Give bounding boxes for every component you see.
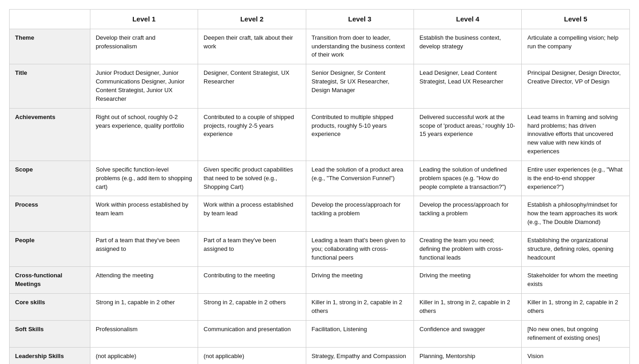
table-row: TitleJunior Product Designer, Junior Com… <box>10 64 630 108</box>
cell-row9-col1: (not applicable) <box>90 347 198 364</box>
cell-row4-col4: Develop the process/approach for tacklin… <box>414 196 522 232</box>
cell-row9-col3: Strategy, Empathy and Compassion <box>306 347 414 364</box>
cell-row5-col2: Part of a team they've been assigned to <box>198 231 306 267</box>
cell-row3-col1: Solve specific function-level problems (… <box>90 161 198 196</box>
cell-row4-col5: Establish a philosophy/mindset for how t… <box>522 196 630 232</box>
table-row: ScopeSolve specific function-level probl… <box>10 161 630 196</box>
cell-row9-col4: Planning, Mentorship <box>414 347 522 364</box>
cell-row7-col4: Killer in 1, strong in 2, capable in 2 o… <box>414 294 522 321</box>
row-label-5: People <box>10 231 90 267</box>
table-row: AchievementsRight out of school, roughly… <box>10 108 630 161</box>
table-row: Soft SkillsProfessionalismCommunication … <box>10 320 630 347</box>
cell-row2-col4: Delivered successful work at the scope o… <box>414 108 522 161</box>
row-label-1: Title <box>10 64 90 108</box>
cell-row5-col4: Creating the team you need; defining the… <box>414 231 522 267</box>
cell-row8-col2: Communication and presentation <box>198 320 306 347</box>
row-label-9: Leadership Skills <box>10 347 90 364</box>
cell-row7-col5: Killer in 1, strong in 2, capable in 2 o… <box>522 294 630 321</box>
cell-row1-col4: Lead Designer, Lead Content Strategist, … <box>414 64 522 108</box>
row-label-8: Soft Skills <box>10 320 90 347</box>
header-level1: Level 1 <box>90 10 198 29</box>
cell-row0-col4: Establish the business context, develop … <box>414 29 522 64</box>
cell-row5-col1: Part of a team that they've been assigne… <box>90 231 198 267</box>
cell-row2-col2: Contributed to a couple of shipped proje… <box>198 108 306 161</box>
cell-row3-col3: Lead the solution of a product area (e.g… <box>306 161 414 196</box>
cell-row2-col5: Lead teams in framing and solving hard p… <box>522 108 630 161</box>
cell-row1-col2: Designer, Content Strategist, UX Researc… <box>198 64 306 108</box>
row-label-6: Cross-functional Meetings <box>10 267 90 294</box>
table-row: ThemeDevelop their craft and professiona… <box>10 29 630 64</box>
cell-row0-col5: Articulate a compelling vision; help run… <box>522 29 630 64</box>
cell-row6-col4: Driving the meeting <box>414 267 522 294</box>
cell-row1-col3: Senior Designer, Sr Content Strategist, … <box>306 64 414 108</box>
row-label-3: Scope <box>10 161 90 196</box>
cell-row9-col5: Vision <box>522 347 630 364</box>
cell-row5-col5: Establishing the organizational structur… <box>522 231 630 267</box>
cell-row2-col1: Right out of school, roughly 0-2 years e… <box>90 108 198 161</box>
row-label-7: Core skills <box>10 294 90 321</box>
cell-row3-col2: Given specific product capabilities that… <box>198 161 306 196</box>
row-label-4: Process <box>10 196 90 232</box>
cell-row1-col1: Junior Product Designer, Junior Communic… <box>90 64 198 108</box>
cell-row0-col2: Deepen their craft, talk about their wor… <box>198 29 306 64</box>
cell-row2-col3: Contributed to multiple shipped products… <box>306 108 414 161</box>
table-row: Core skillsStrong in 1, capable in 2 oth… <box>10 294 630 321</box>
cell-row6-col2: Contributing to the meeting <box>198 267 306 294</box>
cell-row4-col2: Work within a process established by tea… <box>198 196 306 232</box>
cell-row6-col1: Attending the meeting <box>90 267 198 294</box>
cell-row1-col5: Principal Designer, Design Director, Cre… <box>522 64 630 108</box>
cell-row6-col3: Driving the meeting <box>306 267 414 294</box>
cell-row5-col3: Leading a team that's been given to you;… <box>306 231 414 267</box>
header-level4: Level 4 <box>414 10 522 29</box>
cell-row3-col5: Entire user experiences (e.g., "What is … <box>522 161 630 196</box>
cell-row9-col2: (not applicable) <box>198 347 306 364</box>
header-label-col <box>10 10 90 29</box>
table-row: PeoplePart of a team that they've been a… <box>10 231 630 267</box>
row-label-2: Achievements <box>10 108 90 161</box>
cell-row6-col5: Stakeholder for whom the meeting exists <box>522 267 630 294</box>
cell-row0-col3: Transition from doer to leader, understa… <box>306 29 414 64</box>
cell-row0-col1: Develop their craft and professionalism <box>90 29 198 64</box>
cell-row4-col3: Develop the process/approach for tacklin… <box>306 196 414 232</box>
table-row: Leadership Skills(not applicable)(not ap… <box>10 347 630 364</box>
cell-row8-col1: Professionalism <box>90 320 198 347</box>
header-level3: Level 3 <box>306 10 414 29</box>
header-level5: Level 5 <box>522 10 630 29</box>
cell-row8-col5: [No new ones, but ongoing refinement of … <box>522 320 630 347</box>
table-row: Cross-functional MeetingsAttending the m… <box>10 267 630 294</box>
row-label-0: Theme <box>10 29 90 64</box>
header-level2: Level 2 <box>198 10 306 29</box>
cell-row7-col2: Strong in 2, capable in 2 others <box>198 294 306 321</box>
cell-row3-col4: Leading the solution of undefined proble… <box>414 161 522 196</box>
cell-row7-col3: Killer in 1, strong in 2, capable in 2 o… <box>306 294 414 321</box>
cell-row8-col3: Facilitation, Listening <box>306 320 414 347</box>
cell-row7-col1: Strong in 1, capable in 2 other <box>90 294 198 321</box>
table-row: ProcessWork within process established b… <box>10 196 630 232</box>
cell-row8-col4: Confidence and swagger <box>414 320 522 347</box>
cell-row4-col1: Work within process established by team … <box>90 196 198 232</box>
